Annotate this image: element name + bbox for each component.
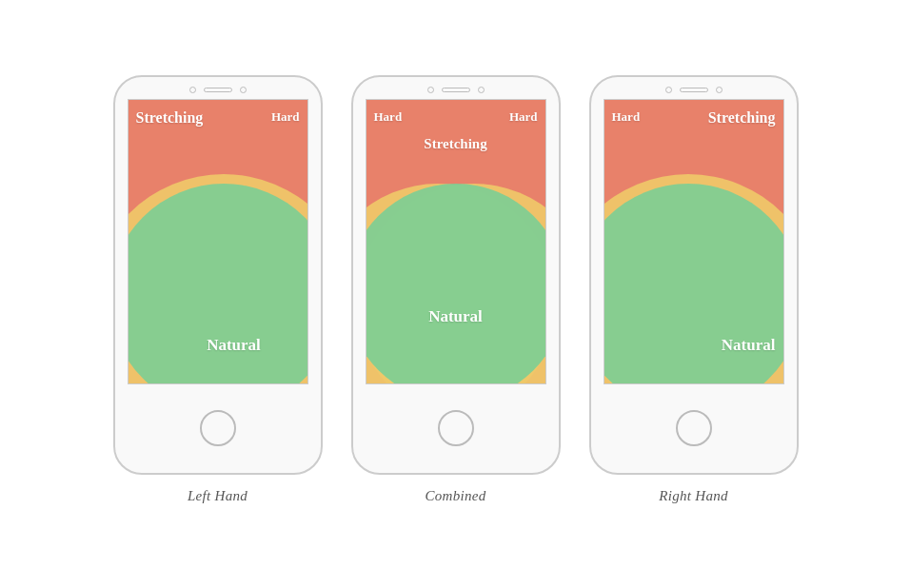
camera-icon-right (665, 87, 672, 93)
phone-bottom-combined (438, 384, 474, 473)
left-hand-screen: Stretching Hard Natural (128, 99, 308, 384)
left-hand-phone-wrapper: Stretching Hard Natural Left Hand (113, 75, 323, 504)
right-hard-label: Hard (612, 109, 641, 125)
combined-hard-right-label: Hard (509, 109, 538, 125)
speaker-left (204, 88, 232, 92)
combined-label: Combined (425, 488, 485, 504)
combined-natural-zone (366, 184, 546, 384)
camera-icon-right-2 (716, 87, 723, 93)
right-hand-phone: Hard Stretching Natural (589, 75, 799, 475)
home-button-combined (438, 410, 474, 446)
camera-icon-combined-2 (478, 87, 485, 93)
phone-bottom-right (676, 384, 712, 473)
left-hand-label: Left Hand (188, 488, 248, 504)
combined-phone-wrapper: Hard Hard Stretching Natural Combined (351, 75, 561, 504)
right-hand-label: Right Hand (659, 488, 728, 504)
left-stretching-label: Stretching (136, 109, 204, 127)
phone-top-left (115, 77, 321, 93)
phones-container: Stretching Hard Natural Left Hand (113, 75, 799, 514)
combined-stretching-label: Stretching (424, 136, 486, 152)
camera-icon-combined (427, 87, 434, 93)
home-button-left (200, 410, 236, 446)
camera-icon-left (189, 87, 196, 93)
left-hard-label: Hard (271, 109, 300, 125)
combined-phone: Hard Hard Stretching Natural (351, 75, 561, 475)
phone-top-combined (353, 77, 559, 93)
speaker-combined (442, 88, 470, 92)
right-hand-phone-wrapper: Hard Stretching Natural Right Hand (589, 75, 799, 504)
combined-hard-left-label: Hard (374, 109, 403, 125)
home-button-right (676, 410, 712, 446)
camera-icon-left-2 (240, 87, 247, 93)
phone-top-right (591, 77, 797, 93)
left-hand-phone: Stretching Hard Natural (113, 75, 323, 475)
speaker-right (680, 88, 708, 92)
combined-screen: Hard Hard Stretching Natural (366, 99, 546, 384)
right-hand-screen: Hard Stretching Natural (604, 99, 784, 384)
left-natural-zone (128, 184, 308, 384)
right-stretching-label: Stretching (708, 109, 776, 127)
right-natural-zone (604, 184, 784, 384)
phone-bottom-left (200, 384, 236, 473)
